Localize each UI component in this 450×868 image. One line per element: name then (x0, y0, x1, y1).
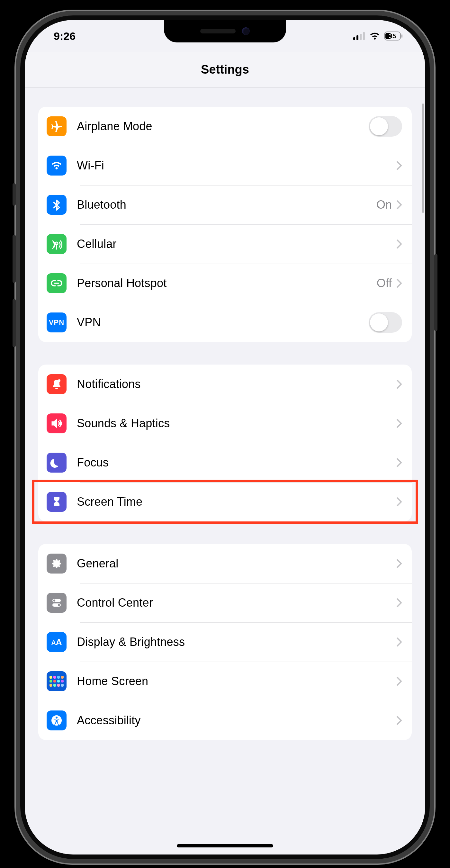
row-focus[interactable]: Focus (38, 443, 412, 482)
row-homescreen[interactable]: Home Screen (38, 661, 412, 701)
row-label: Home Screen (77, 675, 396, 688)
settings-section: GeneralControl CenterAADisplay & Brightn… (38, 544, 412, 740)
row-label: Cellular (77, 237, 396, 251)
volume-down-button (12, 299, 16, 347)
chevron-right-icon (396, 418, 402, 428)
toggle-vpn[interactable] (369, 312, 402, 333)
row-controlcenter[interactable]: Control Center (38, 583, 412, 622)
chevron-right-icon (396, 200, 402, 210)
notch (164, 20, 286, 42)
grid-icon (46, 671, 67, 691)
home-indicator[interactable] (177, 844, 273, 847)
status-time: 9:26 (54, 30, 75, 42)
row-label: Bluetooth (77, 198, 376, 212)
nav-bar: Settings (25, 52, 425, 88)
page-title: Settings (201, 63, 249, 76)
textsize-icon: AA (46, 632, 67, 652)
status-right: 35 (353, 31, 403, 40)
toggle-airplane[interactable] (369, 116, 402, 136)
row-label: Display & Brightness (77, 635, 396, 649)
speaker-icon (46, 413, 67, 433)
row-wifi[interactable]: Wi-Fi (38, 146, 412, 185)
svg-rect-3 (363, 32, 365, 40)
row-sounds[interactable]: Sounds & Haptics (38, 404, 412, 443)
row-label: VPN (77, 316, 369, 329)
mute-switch (12, 183, 16, 206)
volume-up-button (12, 235, 16, 283)
gear-icon (46, 554, 67, 574)
svg-rect-0 (353, 37, 355, 40)
screen: 9:26 35 Sett (25, 20, 425, 855)
row-bluetooth[interactable]: BluetoothOn (38, 185, 412, 224)
battery-percent: 35 (384, 32, 401, 40)
stage: 9:26 35 Sett (0, 0, 450, 868)
row-label: Control Center (77, 596, 396, 610)
wifi-status-icon (369, 32, 380, 40)
chevron-right-icon (396, 559, 402, 568)
svg-point-7 (58, 379, 60, 382)
chevron-right-icon (396, 716, 402, 725)
row-label: Sounds & Haptics (77, 416, 396, 430)
row-general[interactable]: General (38, 544, 412, 583)
power-button (434, 254, 438, 331)
settings-section: Airplane ModeWi-FiBluetoothOnCellularPer… (38, 107, 412, 342)
content[interactable]: Airplane ModeWi-FiBluetoothOnCellularPer… (25, 88, 425, 855)
chevron-right-icon (396, 598, 402, 608)
row-label: Focus (77, 456, 396, 469)
toggles-icon (46, 593, 67, 613)
svg-rect-2 (360, 34, 362, 40)
row-label: Airplane Mode (77, 120, 369, 133)
chevron-right-icon (396, 497, 402, 507)
row-label: Wi-Fi (77, 159, 396, 172)
row-airplane[interactable]: Airplane Mode (38, 107, 412, 146)
bell-icon (46, 374, 67, 394)
hourglass-icon (46, 492, 67, 512)
chevron-right-icon (396, 278, 402, 288)
svg-rect-6 (401, 34, 403, 38)
svg-point-11 (58, 604, 60, 606)
link-icon (46, 273, 67, 293)
settings-section: NotificationsSounds & HapticsFocusScreen… (38, 365, 412, 522)
cellular-signal-icon (353, 32, 365, 40)
wifi-icon (46, 156, 67, 176)
accessibility-icon (46, 711, 67, 731)
vpn-icon: VPN (46, 312, 67, 333)
scroll-indicator (422, 103, 424, 213)
bluetooth-icon (46, 195, 67, 215)
row-display[interactable]: AADisplay & Brightness (38, 622, 412, 661)
chevron-right-icon (396, 458, 402, 467)
phone-bezel: 9:26 35 Sett (20, 16, 430, 859)
row-notifications[interactable]: Notifications (38, 365, 412, 404)
row-label: Accessibility (77, 714, 396, 727)
row-accessibility[interactable]: Accessibility (38, 701, 412, 740)
chevron-right-icon (396, 161, 402, 170)
moon-icon (46, 453, 67, 472)
row-label: Personal Hotspot (77, 277, 377, 290)
row-hotspot[interactable]: Personal HotspotOff (38, 264, 412, 303)
chevron-right-icon (396, 239, 402, 249)
chevron-right-icon (396, 637, 402, 647)
row-label: General (77, 557, 396, 570)
row-label: Notifications (77, 377, 396, 391)
row-value: On (376, 198, 392, 212)
antenna-icon (46, 234, 67, 254)
chevron-right-icon (396, 676, 402, 686)
row-label: Screen Time (77, 495, 396, 508)
row-screentime[interactable]: Screen Time (38, 482, 412, 522)
battery-icon: 35 (384, 31, 403, 40)
earpiece (200, 29, 235, 33)
row-cellular[interactable]: Cellular (38, 224, 412, 264)
front-camera (242, 27, 250, 35)
chevron-right-icon (396, 379, 402, 389)
svg-point-9 (53, 599, 55, 601)
row-vpn[interactable]: VPNVPN (38, 303, 412, 342)
phone-frame: 9:26 35 Sett (14, 10, 436, 865)
row-value: Off (377, 277, 392, 290)
svg-point-13 (56, 717, 58, 718)
airplane-icon (46, 116, 67, 136)
svg-rect-1 (356, 35, 358, 40)
